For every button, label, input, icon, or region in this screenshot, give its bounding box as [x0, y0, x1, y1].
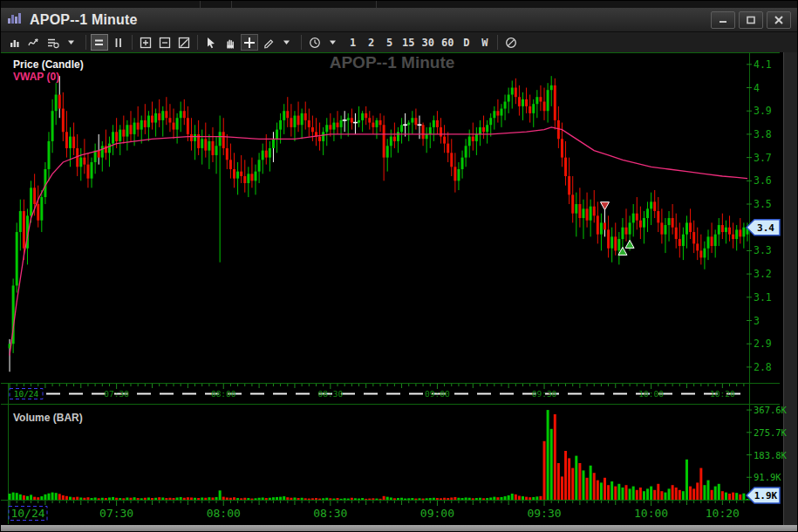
title-bar[interactable]: APOP--1 Minute [1, 8, 797, 32]
svg-text:2.9: 2.9 [754, 338, 772, 350]
timeframe-D-button[interactable]: D [458, 34, 474, 51]
style-dropdown-button[interactable] [64, 34, 81, 51]
zoom-reset-button[interactable] [175, 34, 193, 51]
svg-text:10/24: 10/24 [14, 389, 39, 399]
timeframe-30-button[interactable]: 30 [419, 34, 436, 51]
minimize-icon [718, 16, 728, 24]
pointer-tool-button[interactable] [202, 34, 220, 51]
last-volume-badge: 1.9K [747, 488, 780, 503]
chart-app-icon [7, 11, 23, 28]
svg-text:09:30: 09:30 [527, 507, 561, 520]
svg-text:91.9K: 91.9K [754, 472, 781, 482]
cursor-icon [205, 37, 217, 49]
timeframe-label: 30 [421, 37, 433, 49]
timeframe-5-button[interactable]: 5 [381, 34, 398, 51]
caret-down-icon [328, 37, 340, 49]
maximize-button[interactable] [739, 11, 763, 29]
chart-area: 07:3007:3008:0008:0008:3008:3009:0009:00… [1, 52, 798, 525]
timeframe-W-button[interactable]: W [476, 34, 493, 51]
svg-text:08:30: 08:30 [318, 389, 344, 399]
svg-text:183.8K: 183.8K [754, 450, 788, 460]
studies-button[interactable] [44, 34, 62, 51]
svg-text:10:00: 10:00 [634, 507, 668, 520]
interval-dropdown-button[interactable] [325, 34, 343, 51]
close-button[interactable] [767, 11, 791, 29]
svg-text:3.4: 3.4 [757, 222, 774, 234]
circle-slash-icon [505, 37, 517, 49]
squiggle-icon [28, 37, 40, 49]
svg-text:08:00: 08:00 [207, 507, 241, 520]
timeframe-2-button[interactable]: 2 [363, 34, 379, 51]
svg-text:09:00: 09:00 [420, 507, 454, 520]
timeframe-label: 1 [350, 37, 356, 49]
svg-text:10:20: 10:20 [706, 507, 740, 520]
box-minus-icon [159, 37, 171, 49]
minimize-button[interactable] [711, 11, 735, 29]
close-icon [774, 16, 784, 24]
svg-text:3.8: 3.8 [754, 128, 772, 140]
svg-text:07:30: 07:30 [99, 507, 133, 520]
timeframe-15-button[interactable]: 15 [399, 34, 417, 51]
bar-chart-icon [9, 37, 21, 49]
draw-dropdown-button[interactable] [279, 34, 297, 51]
timeframe-label: 2 [368, 37, 374, 49]
svg-text:10:20: 10:20 [710, 389, 735, 399]
timeframe-label: W [481, 37, 488, 49]
parallel-icon [113, 37, 125, 49]
crosshair-icon [243, 37, 256, 49]
svg-text:3: 3 [754, 315, 760, 327]
chart-window: APOP--1 Minute 125153060DW 07:3007:3008:… [0, 0, 798, 532]
svg-text:10/24: 10/24 [10, 507, 44, 520]
pencil-icon [263, 37, 275, 49]
window-bottom-edge[interactable] [1, 525, 797, 532]
caret-down-icon [66, 37, 78, 49]
equals-icon [93, 37, 106, 49]
zoom-in-button[interactable] [137, 34, 154, 51]
chart-canvas[interactable]: 07:3007:3008:0008:0008:3008:3009:0009:00… [1, 52, 798, 525]
window-title: APOP--1 Minute [30, 12, 707, 28]
svg-text:4.1: 4.1 [754, 58, 772, 71]
svg-text:08:30: 08:30 [313, 507, 347, 520]
svg-text:4: 4 [754, 82, 760, 94]
hand-icon [224, 37, 236, 49]
box-plus-icon [140, 37, 152, 49]
last-price-badge: 3.4 [747, 220, 780, 235]
pan-tool-button[interactable] [222, 34, 239, 51]
vertical-line-tool-button[interactable] [110, 34, 127, 51]
svg-text:3.9: 3.9 [754, 105, 772, 117]
svg-text:10:00: 10:00 [638, 389, 664, 399]
toolbar-separator [132, 35, 133, 50]
svg-text:2.8: 2.8 [754, 361, 772, 373]
svg-text:3.3: 3.3 [754, 244, 772, 256]
svg-text:3.2: 3.2 [754, 268, 772, 280]
horizontal-line-tool-button[interactable] [91, 34, 108, 51]
toolbar-separator [197, 35, 198, 50]
indicators-button[interactable] [25, 34, 43, 51]
svg-text:07:30: 07:30 [104, 389, 129, 399]
timeframe-60-button[interactable]: 60 [439, 34, 456, 51]
toolbar-separator [497, 35, 498, 50]
svg-text:3.5: 3.5 [754, 198, 772, 210]
svg-text:275.7K: 275.7K [754, 427, 788, 438]
maximize-icon [746, 16, 756, 24]
timeframe-1-button[interactable]: 1 [344, 34, 361, 51]
chart-toolbar: 125153060DW [1, 32, 797, 52]
interval-clock-button[interactable] [306, 34, 324, 51]
zoom-out-button[interactable] [156, 34, 174, 51]
svg-text:1.9K: 1.9K [754, 490, 778, 501]
svg-text:3.1: 3.1 [754, 291, 772, 304]
chart-style-button[interactable] [6, 34, 24, 51]
timeframe-label: 5 [386, 37, 392, 49]
list-refresh-icon [47, 37, 59, 49]
crosshair-tool-button[interactable] [241, 34, 258, 51]
timeframe-label: 60 [441, 37, 454, 49]
caret-down-icon [282, 37, 294, 49]
box-slash-icon [178, 37, 190, 49]
svg-text:3.6: 3.6 [754, 174, 772, 187]
svg-text:367.6K: 367.6K [754, 405, 788, 415]
svg-text:09:30: 09:30 [532, 389, 557, 399]
clear-symbol-button[interactable] [502, 34, 520, 51]
toolbar-separator [85, 35, 86, 50]
clock-icon [309, 37, 321, 49]
draw-tool-button[interactable] [260, 34, 277, 51]
